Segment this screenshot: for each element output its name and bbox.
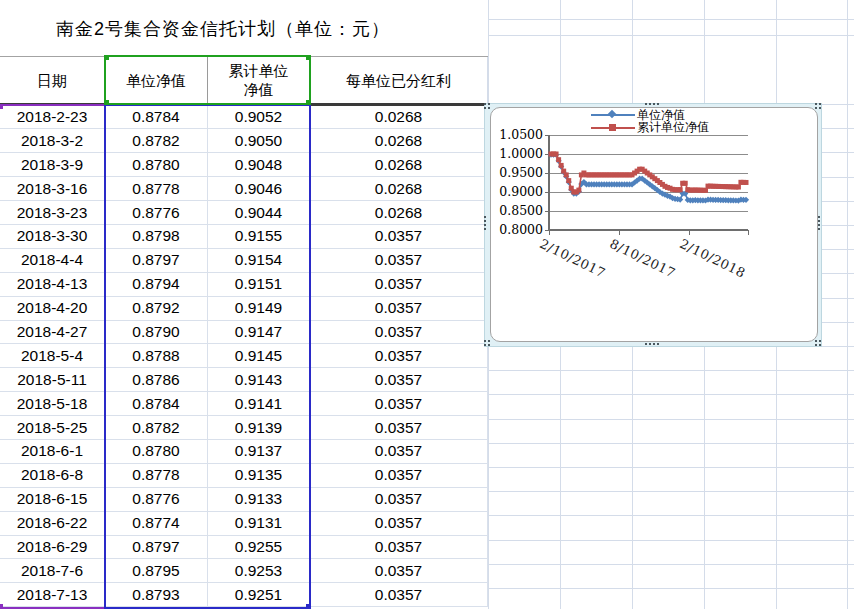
table-row[interactable]: 2018-2-230.87840.90520.0268 — [0, 106, 488, 130]
header-cumulative-nav[interactable]: 累计单位净值 — [208, 57, 310, 105]
table-cell[interactable]: 0.0357 — [310, 464, 488, 487]
table-cell[interactable]: 0.0357 — [310, 249, 488, 272]
table-cell[interactable]: 0.0268 — [310, 106, 488, 129]
table-cell[interactable]: 0.8776 — [105, 488, 208, 511]
table-cell[interactable]: 0.0357 — [310, 512, 488, 535]
table-cell[interactable]: 0.0357 — [310, 368, 488, 391]
table-cell[interactable]: 0.0268 — [310, 153, 488, 176]
chart-legend[interactable]: 单位净值 累计单位净值 — [591, 109, 709, 134]
table-cell[interactable]: 2018-3-16 — [0, 177, 105, 200]
table-cell[interactable]: 0.8790 — [105, 321, 208, 344]
table-row[interactable]: 2018-6-220.87740.91310.0357 — [0, 512, 488, 536]
table-cell[interactable]: 2018-3-9 — [0, 153, 105, 176]
table-cell[interactable]: 0.0357 — [310, 297, 488, 320]
table-cell[interactable]: 0.8793 — [105, 583, 208, 606]
table-cell[interactable]: 0.8778 — [105, 464, 208, 487]
table-cell[interactable]: 0.9147 — [208, 321, 310, 344]
chart-resize-handle[interactable] — [484, 103, 486, 105]
table-cell[interactable]: 0.0357 — [310, 344, 488, 367]
table-cell[interactable]: 0.9046 — [208, 177, 310, 200]
table-cell[interactable]: 0.9139 — [208, 416, 310, 439]
table-row[interactable]: 2018-5-110.87860.91430.0357 — [0, 368, 488, 392]
table-cell[interactable]: 0.0268 — [310, 129, 488, 152]
table-row[interactable]: 2018-7-60.87950.92530.0357 — [0, 559, 488, 583]
table-row[interactable]: 2018-7-130.87930.92510.0357 — [0, 583, 488, 607]
table-cell[interactable]: 0.9137 — [208, 440, 310, 463]
table-cell[interactable]: 0.8784 — [105, 106, 208, 129]
table-cell[interactable]: 0.8784 — [105, 392, 208, 415]
table-cell[interactable]: 0.0357 — [310, 392, 488, 415]
table-row[interactable]: 2018-3-160.87780.90460.0268 — [0, 177, 488, 201]
table-cell[interactable]: 0.9251 — [208, 583, 310, 606]
table-cell[interactable]: 0.9131 — [208, 512, 310, 535]
table-cell[interactable]: 2018-5-18 — [0, 392, 105, 415]
table-cell[interactable]: 0.0268 — [310, 201, 488, 224]
table-cell[interactable]: 0.9149 — [208, 297, 310, 320]
table-cell[interactable]: 2018-5-25 — [0, 416, 105, 439]
header-date[interactable]: 日期 — [0, 57, 105, 105]
table-cell[interactable]: 2018-4-27 — [0, 321, 105, 344]
table-row[interactable]: 2018-3-90.87800.90480.0268 — [0, 153, 488, 177]
table-cell[interactable]: 0.8798 — [105, 225, 208, 248]
table-cell[interactable]: 0.0357 — [310, 488, 488, 511]
table-cell[interactable]: 0.8786 — [105, 368, 208, 391]
table-cell[interactable]: 2018-2-23 — [0, 106, 105, 129]
sheet-title-cell[interactable]: 南金2号集合资金信托计划（单位：元） — [56, 17, 390, 41]
table-row[interactable]: 2018-4-40.87970.91540.0357 — [0, 249, 488, 273]
table-cell[interactable]: 0.9141 — [208, 392, 310, 415]
table-row[interactable]: 2018-5-180.87840.91410.0357 — [0, 392, 488, 416]
table-row[interactable]: 2018-6-80.87780.91350.0357 — [0, 464, 488, 488]
header-unit-nav[interactable]: 单位净值 — [105, 57, 208, 105]
table-row[interactable]: 2018-6-10.87800.91370.0357 — [0, 440, 488, 464]
table-cell[interactable]: 0.8795 — [105, 559, 208, 582]
table-cell[interactable]: 0.9048 — [208, 153, 310, 176]
table-cell[interactable]: 0.0357 — [310, 440, 488, 463]
table-cell[interactable]: 2018-6-29 — [0, 536, 105, 559]
table-row[interactable]: 2018-4-130.87940.91510.0357 — [0, 273, 488, 297]
table-cell[interactable]: 0.8782 — [105, 129, 208, 152]
chart-resize-handle[interactable] — [645, 103, 647, 105]
table-cell[interactable]: 0.9052 — [208, 106, 310, 129]
table-cell[interactable]: 0.9255 — [208, 536, 310, 559]
table-row[interactable]: 2018-4-200.87920.91490.0357 — [0, 297, 488, 321]
table-cell[interactable]: 0.9253 — [208, 559, 310, 582]
table-cell[interactable]: 0.8794 — [105, 273, 208, 296]
table-cell[interactable]: 2018-7-13 — [0, 583, 105, 606]
table-cell[interactable]: 0.0357 — [310, 583, 488, 606]
table-row[interactable]: 2018-3-230.87760.90440.0268 — [0, 201, 488, 225]
table-cell[interactable]: 2018-6-22 — [0, 512, 105, 535]
table-cell[interactable]: 0.0357 — [310, 559, 488, 582]
table-row[interactable]: 2018-6-150.87760.91330.0357 — [0, 488, 488, 512]
legend-item-cumulative-nav[interactable]: 累计单位净值 — [591, 122, 709, 135]
table-cell[interactable]: 0.9044 — [208, 201, 310, 224]
table-row[interactable]: 2018-3-300.87980.91550.0357 — [0, 225, 488, 249]
table-cell[interactable]: 0.8782 — [105, 416, 208, 439]
table-cell[interactable]: 0.8776 — [105, 201, 208, 224]
table-cell[interactable]: 0.9133 — [208, 488, 310, 511]
table-cell[interactable]: 2018-3-2 — [0, 129, 105, 152]
chart-resize-handle[interactable] — [818, 216, 820, 218]
table-row[interactable]: 2018-3-20.87820.90500.0268 — [0, 129, 488, 153]
table-cell[interactable]: 0.0357 — [310, 416, 488, 439]
table-cell[interactable]: 2018-4-13 — [0, 273, 105, 296]
table-row[interactable]: 2018-4-270.87900.91470.0357 — [0, 321, 488, 345]
table-cell[interactable]: 0.9145 — [208, 344, 310, 367]
table-cell[interactable]: 2018-6-1 — [0, 440, 105, 463]
table-cell[interactable]: 0.9143 — [208, 368, 310, 391]
table-cell[interactable]: 0.8780 — [105, 440, 208, 463]
table-cell[interactable]: 0.0357 — [310, 273, 488, 296]
table-cell[interactable]: 0.0357 — [310, 225, 488, 248]
table-row[interactable]: 2018-5-250.87820.91390.0357 — [0, 416, 488, 440]
table-row[interactable]: 2018-6-290.87970.92550.0357 — [0, 536, 488, 560]
header-dividend-per-unit[interactable]: 每单位已分红利 — [310, 57, 488, 105]
table-cell[interactable]: 0.0357 — [310, 536, 488, 559]
table-cell[interactable]: 2018-4-4 — [0, 249, 105, 272]
table-cell[interactable]: 0.9154 — [208, 249, 310, 272]
table-cell[interactable]: 2018-3-30 — [0, 225, 105, 248]
table-cell[interactable]: 2018-3-23 — [0, 201, 105, 224]
table-cell[interactable]: 0.8792 — [105, 297, 208, 320]
table-cell[interactable]: 2018-6-8 — [0, 464, 105, 487]
table-cell[interactable]: 0.9135 — [208, 464, 310, 487]
chart-resize-handle[interactable] — [815, 103, 817, 105]
table-cell[interactable]: 0.0357 — [310, 321, 488, 344]
